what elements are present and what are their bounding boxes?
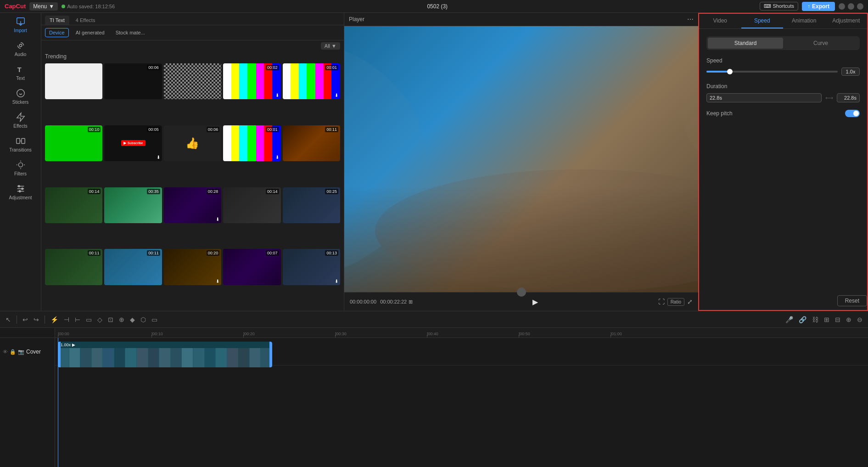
export-button[interactable]: ↑ Export bbox=[802, 2, 835, 11]
sidebar-item-import[interactable]: Import bbox=[0, 13, 41, 37]
source-ai-generated[interactable]: AI generated bbox=[72, 28, 109, 37]
keyframe-button[interactable]: ◆ bbox=[128, 314, 137, 325]
media-item[interactable] bbox=[164, 63, 221, 99]
media-item[interactable]: 00:35 bbox=[104, 187, 162, 223]
sidebar-item-stickers[interactable]: Stickers bbox=[0, 84, 41, 108]
snap-button[interactable]: ⊞ bbox=[822, 314, 831, 325]
more-button[interactable]: ▭ bbox=[150, 314, 159, 325]
media-item[interactable]: 00:14 bbox=[223, 187, 280, 223]
tab-effects[interactable]: 4 Effects bbox=[71, 16, 100, 25]
media-item[interactable]: 00:07 bbox=[223, 249, 280, 285]
split-button[interactable]: ⚡ bbox=[49, 314, 60, 325]
media-item[interactable]: 00:01 ⬇ bbox=[223, 125, 280, 161]
expand-icon[interactable]: ⤢ bbox=[687, 298, 693, 305]
playhead[interactable] bbox=[58, 338, 58, 467]
stickers-icon bbox=[16, 88, 26, 98]
sidebar-item-filters[interactable]: Filters bbox=[0, 156, 41, 180]
source-stock[interactable]: Stock mate... bbox=[112, 28, 149, 37]
play-button[interactable]: ▶ bbox=[529, 295, 542, 308]
media-item[interactable]: 00:11 bbox=[104, 249, 162, 285]
sidebar-item-effects[interactable]: Effects bbox=[0, 108, 41, 132]
redo-button[interactable]: ↪ bbox=[32, 314, 41, 325]
tab-video[interactable]: Video bbox=[699, 14, 741, 28]
speed-tab-standard[interactable]: Standard bbox=[708, 38, 783, 49]
scrubber-dot[interactable] bbox=[517, 287, 526, 297]
media-item[interactable]: 00:06 👍 bbox=[164, 125, 221, 161]
zoom-out-button[interactable]: ⊖ bbox=[855, 314, 864, 325]
fullscreen-icon[interactable]: ⛶ bbox=[658, 298, 665, 305]
close-button[interactable] bbox=[857, 3, 863, 10]
ratio-button[interactable]: Ratio bbox=[667, 298, 684, 306]
trim-end-button[interactable]: ⊢ bbox=[73, 314, 82, 325]
media-item[interactable]: 00:11 bbox=[283, 125, 340, 161]
menu-button[interactable]: Menu ▼ bbox=[29, 2, 58, 11]
video-clip[interactable]: 1.00x ▶ bbox=[58, 342, 272, 367]
media-item[interactable]: 00:28 ⬇ bbox=[164, 187, 221, 223]
media-item[interactable]: 00:10 bbox=[45, 125, 102, 161]
sidebar-item-text[interactable]: T Text bbox=[0, 61, 41, 84]
maximize-button[interactable] bbox=[848, 3, 854, 10]
link-button[interactable]: 🔗 bbox=[797, 314, 808, 325]
duration-label: Duration bbox=[706, 83, 860, 90]
tab-ti-text[interactable]: TI Text bbox=[45, 16, 69, 25]
media-item[interactable]: 00:13 ⬇ bbox=[283, 249, 340, 285]
speed-tab-curve[interactable]: Curve bbox=[783, 38, 858, 49]
tab-adjustment[interactable]: Adjustment bbox=[825, 14, 868, 28]
duration-control-group: Duration ⟷ 22.8s bbox=[706, 83, 860, 102]
mask-button[interactable]: ⬡ bbox=[139, 314, 148, 325]
sidebar-item-adjustment[interactable]: Adjustment bbox=[0, 180, 41, 204]
minimize-button[interactable] bbox=[839, 3, 845, 10]
copy-button[interactable]: ⊡ bbox=[106, 314, 115, 325]
thumbnail bbox=[92, 348, 103, 367]
sidebar-item-audio[interactable]: Audio bbox=[0, 37, 41, 61]
export-icon: ↑ bbox=[807, 3, 810, 10]
duration-input[interactable] bbox=[706, 93, 822, 102]
tab-animation[interactable]: Animation bbox=[783, 14, 825, 28]
track-lock-button[interactable]: 🔒 bbox=[10, 349, 16, 355]
thumbnail bbox=[137, 348, 148, 367]
tab-speed[interactable]: Speed bbox=[741, 14, 784, 28]
media-item[interactable]: 00:06 bbox=[104, 63, 162, 99]
trending-label: Trending bbox=[41, 51, 344, 62]
speed-slider-thumb bbox=[727, 69, 733, 74]
unlink-button[interactable]: ⛓ bbox=[810, 314, 820, 325]
play-range-button[interactable]: ⊕ bbox=[117, 314, 126, 325]
reset-button[interactable]: Reset bbox=[837, 295, 867, 306]
select-tool-button[interactable]: ↖ bbox=[4, 314, 13, 325]
svg-text:T: T bbox=[17, 66, 21, 73]
duration-end-value: 22.8s bbox=[837, 93, 860, 102]
media-item[interactable]: 00:05 ▶ Subscribe ⬇ bbox=[104, 125, 162, 161]
media-item[interactable]: 00:20 ⬇ bbox=[164, 249, 221, 285]
source-device[interactable]: Device bbox=[45, 28, 69, 37]
media-item[interactable]: 00:01 ⬇ bbox=[283, 63, 340, 99]
keep-pitch-toggle[interactable] bbox=[845, 110, 860, 117]
thumbsup-icon: 👍 bbox=[185, 137, 199, 150]
mic-button[interactable]: 🎤 bbox=[784, 314, 795, 325]
speed-tabs: Standard Curve bbox=[706, 36, 860, 50]
sidebar-item-transitions[interactable]: Transitions bbox=[0, 132, 41, 156]
zoom-in-button[interactable]: ⊕ bbox=[844, 314, 853, 325]
align-button[interactable]: ⊟ bbox=[833, 314, 842, 325]
timeline-ruler: |00:00 |00:10 |00:20 |00:30 |00:40 |00:5… bbox=[55, 328, 868, 338]
media-item[interactable]: 00:11 bbox=[45, 249, 102, 285]
timeline-main: |00:00 |00:10 |00:20 |00:30 |00:40 |00:5… bbox=[55, 328, 868, 467]
media-item[interactable]: 00:14 bbox=[45, 187, 102, 223]
undo-button[interactable]: ↩ bbox=[21, 314, 30, 325]
media-item[interactable] bbox=[45, 63, 102, 99]
player-menu-button[interactable]: ⋯ bbox=[687, 16, 694, 23]
trim-start-button[interactable]: ⊣ bbox=[62, 314, 71, 325]
filter-all-button[interactable]: All ▼ bbox=[321, 42, 340, 50]
video-preview bbox=[344, 26, 698, 292]
crop-button[interactable]: ◇ bbox=[95, 314, 104, 325]
track-thumbnails bbox=[58, 348, 272, 367]
delete-button[interactable]: ▭ bbox=[84, 314, 94, 325]
thumbnail bbox=[159, 348, 171, 367]
svg-marker-4 bbox=[17, 113, 24, 121]
track-camera-button[interactable]: 📷 bbox=[18, 349, 24, 355]
clip-right-handle[interactable] bbox=[269, 342, 272, 367]
speed-slider[interactable] bbox=[706, 71, 838, 73]
media-item[interactable]: 00:25 bbox=[283, 187, 340, 223]
media-item[interactable]: 00:02 ⬇ bbox=[223, 63, 280, 99]
shortcuts-button[interactable]: ⌨ Shortcuts bbox=[760, 2, 798, 11]
track-visibility-button[interactable]: 👁 bbox=[3, 349, 8, 354]
